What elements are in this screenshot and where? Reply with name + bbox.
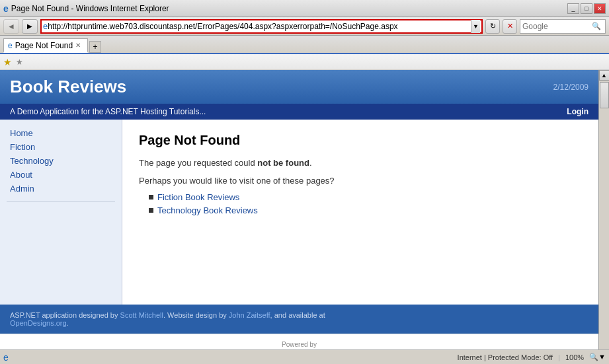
site-header: Book Reviews 2/12/2009 — [0, 70, 598, 104]
site-footer: ASP.NET application designed by Scott Mi… — [0, 305, 598, 334]
main-content: Book Reviews 2/12/2009 A Demo Applicatio… — [0, 70, 598, 349]
minimize-button[interactable]: _ — [567, 3, 579, 14]
page-main: Page Not Found The page you requested co… — [122, 120, 598, 305]
powered-by: Powered by ASP.net — [0, 334, 598, 349]
site-nav-bar: A Demo Application for the ASP.NET Hosti… — [0, 104, 598, 120]
bullet-icon — [149, 195, 153, 200]
fiction-link[interactable]: Fiction Book Reviews — [157, 192, 239, 202]
browser-toolbar: ◄ ▶ e ▼ ↻ ✕ 🔍 — [0, 17, 609, 36]
site-body: Home Fiction Technology About Admin Page… — [0, 120, 598, 305]
asp-text: ASP — [278, 348, 308, 349]
powered-label: Powered by — [7, 341, 592, 348]
site-title: Book Reviews — [10, 77, 126, 97]
restore-button[interactable]: □ — [581, 3, 592, 14]
close-button[interactable]: ✕ — [594, 3, 606, 14]
sidebar-item-fiction[interactable]: Fiction — [0, 140, 122, 154]
bullet-icon — [149, 208, 153, 213]
status-right: Internet | Protected Mode: Off | 100% 🔍▼ — [458, 353, 606, 361]
error-heading: Page Not Found — [139, 133, 582, 148]
error-description: The page you requested could not be foun… — [139, 158, 582, 168]
refresh-button[interactable]: ↻ — [485, 19, 500, 34]
scroll-up-button[interactable]: ▲ — [599, 70, 610, 81]
browser-title: Page Not Found - Windows Internet Explor… — [11, 4, 565, 13]
search-bar: 🔍 — [520, 19, 606, 34]
page-icon: e — [43, 21, 48, 31]
forward-button[interactable]: ▶ — [22, 19, 38, 34]
footer-site-link[interactable]: OpenDesigns.org — [10, 319, 67, 327]
sidebar-item-admin[interactable]: Admin — [0, 182, 122, 196]
search-input[interactable] — [522, 22, 592, 31]
ie-logo: e — [3, 3, 9, 14]
tab-close-button[interactable]: ✕ — [75, 42, 81, 49]
error-desc-before: The page you requested could — [139, 158, 257, 168]
address-dropdown[interactable]: ▼ — [471, 20, 480, 33]
list-item: Technology Book Reviews — [149, 205, 582, 215]
error-desc-bold: not be found — [257, 158, 309, 168]
footer-designer-link[interactable]: John Zaitseff — [229, 311, 270, 319]
browser-titlebar: e Page Not Found - Windows Internet Expl… — [0, 0, 609, 17]
address-input[interactable] — [48, 22, 471, 31]
asp-logo: ASP.net — [7, 348, 592, 349]
browser-tabs: e Page Not Found ✕ + — [0, 36, 609, 54]
stop-button[interactable]: ✕ — [503, 19, 517, 34]
status-divider: | — [558, 353, 560, 361]
sidebar-item-about[interactable]: About — [0, 168, 122, 182]
bookmark-add-icon[interactable]: ★ — [16, 57, 23, 67]
footer-text-before: ASP.NET application designed by — [10, 311, 120, 319]
technology-link[interactable]: Technology Book Reviews — [157, 205, 258, 215]
scrollbar[interactable]: ▲ — [598, 70, 609, 349]
footer-site-suffix: . — [67, 319, 69, 327]
sidebar-item-technology[interactable]: Technology — [0, 154, 122, 168]
page-content: Book Reviews 2/12/2009 A Demo Applicatio… — [0, 70, 609, 349]
footer-text-after: , and available at — [270, 311, 325, 319]
ie-status-icon: e — [3, 352, 9, 363]
search-button[interactable]: 🔍 — [592, 22, 601, 30]
suggest-text: Perhaps you would like to visit one of t… — [139, 176, 582, 186]
sidebar: Home Fiction Technology About Admin — [0, 120, 122, 305]
tab-label: Page Not Found — [15, 41, 73, 50]
status-zone: Internet | Protected Mode: Off — [458, 353, 553, 361]
scroll-thumb[interactable] — [600, 82, 609, 108]
error-desc-after: . — [309, 158, 312, 168]
footer-text-middle: . Website design by — [163, 311, 229, 319]
site-tagline: A Demo Application for the ASP.NET Hosti… — [10, 107, 206, 116]
site-date: 2/12/2009 — [553, 83, 589, 92]
active-tab[interactable]: e Page Not Found ✕ — [3, 38, 88, 53]
footer-author-link[interactable]: Scott Mitchell — [120, 311, 163, 319]
sidebar-item-home[interactable]: Home — [0, 126, 122, 140]
status-zoom: 100% — [565, 353, 584, 361]
status-bar: e Internet | Protected Mode: Off | 100% … — [0, 349, 609, 364]
new-tab-button[interactable]: + — [89, 41, 101, 53]
list-item: Fiction Book Reviews — [149, 192, 582, 202]
sidebar-divider — [7, 201, 115, 201]
bookmarks-bar: ★ ★ — [0, 54, 609, 70]
zoom-icon[interactable]: 🔍▼ — [589, 353, 606, 361]
bookmark-star-icon[interactable]: ★ — [3, 57, 12, 67]
back-button[interactable]: ◄ — [3, 19, 19, 34]
tab-icon: e — [8, 41, 13, 50]
suggested-links: Fiction Book Reviews Technology Book Rev… — [149, 192, 582, 215]
window-controls: _ □ ✕ — [567, 3, 606, 14]
address-bar: e ▼ — [40, 19, 483, 34]
login-link[interactable]: Login — [567, 107, 589, 116]
